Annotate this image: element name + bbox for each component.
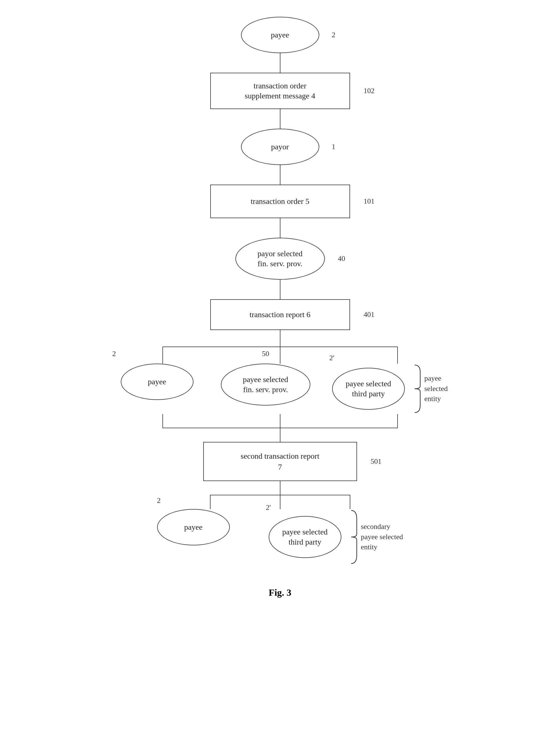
bot-split-lines-svg bbox=[140, 481, 420, 509]
brace-right-svg bbox=[413, 364, 422, 414]
payee-fin-ref: 50 bbox=[262, 350, 269, 358]
payee-top-ref: 2 bbox=[332, 31, 336, 39]
payee-third-node: payee selected third party bbox=[332, 368, 405, 410]
payor-label: payor bbox=[271, 142, 289, 152]
payee-top-node: payee 2 bbox=[241, 17, 319, 53]
payor-ref: 1 bbox=[332, 143, 336, 151]
transaction-order-ref: 101 bbox=[364, 197, 375, 205]
fig-caption: Fig. 3 bbox=[269, 588, 291, 598]
payee-top-label: payee bbox=[271, 30, 289, 40]
supplement-node: transaction order supplement message 4 1… bbox=[210, 73, 350, 109]
payee-selected-entity-label: payee selected entity bbox=[424, 373, 448, 404]
payee-mid-label: payee bbox=[148, 377, 166, 387]
second-transaction-report-node: second transaction report 7 501 bbox=[203, 442, 357, 481]
transaction-report-ref: 401 bbox=[364, 311, 375, 319]
payee-bot-node: payee bbox=[157, 509, 230, 545]
payee-third-label: payee selected third party bbox=[346, 379, 391, 399]
split-lines-svg bbox=[84, 330, 476, 364]
payee-bot-ref: 2 bbox=[157, 496, 161, 505]
payor-selected-label: payor selected fin. serv. prov. bbox=[258, 248, 302, 269]
transaction-report-node: transaction report 6 401 bbox=[210, 299, 350, 330]
transaction-report-label: transaction report 6 bbox=[250, 310, 311, 320]
payor-selected-node: payor selected fin. serv. prov. 40 bbox=[235, 238, 325, 280]
payee-mid-node: payee bbox=[121, 364, 194, 400]
payee-third-bot-node: payee selected third party bbox=[269, 516, 341, 558]
secondary-entity-label: secondary payee selected entity bbox=[361, 522, 403, 552]
supplement-label: transaction order supplement message 4 bbox=[245, 81, 315, 101]
payee-third-ref: 2' bbox=[329, 354, 334, 362]
supplement-ref: 102 bbox=[364, 87, 375, 95]
payee-third-bot-label: payee selected third party bbox=[282, 527, 327, 548]
diagram-container: payee 2 transaction order supplement mes… bbox=[0, 0, 560, 756]
second-transaction-report-label: second transaction report 7 bbox=[241, 451, 319, 472]
payee-mid-ref: 2 bbox=[113, 350, 116, 358]
transaction-order-node: transaction order 5 101 bbox=[210, 185, 350, 218]
brace-bot-svg bbox=[350, 509, 358, 565]
payor-node: payor 1 bbox=[241, 129, 319, 165]
payee-third-bot-ref: 2' bbox=[266, 503, 271, 512]
payee-fin-node: payee selected fin. serv. prov. bbox=[221, 364, 310, 405]
mid-lines-svg bbox=[84, 414, 476, 442]
payee-bot-label: payee bbox=[184, 522, 202, 532]
transaction-order-label: transaction order 5 bbox=[251, 196, 309, 206]
payee-fin-label: payee selected fin. serv. prov. bbox=[243, 375, 288, 395]
second-transaction-report-ref: 501 bbox=[371, 457, 382, 466]
payor-selected-ref: 40 bbox=[338, 255, 345, 263]
